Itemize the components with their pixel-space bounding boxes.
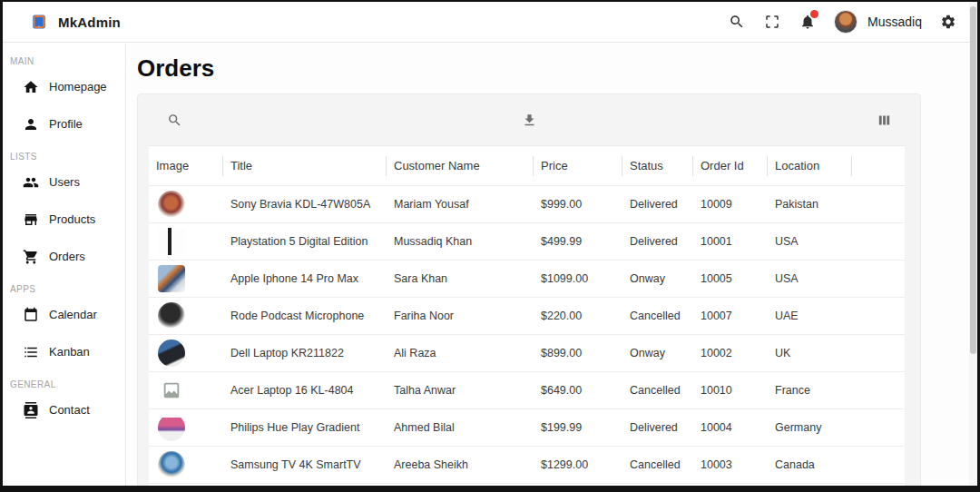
column-header-title[interactable]: Title xyxy=(223,146,387,185)
product-image-cell xyxy=(149,302,223,330)
cart-icon xyxy=(23,249,39,265)
product-image-cell xyxy=(149,339,223,367)
fullscreen-icon[interactable] xyxy=(763,13,781,31)
order-customer-cell: Ahmed Bilal xyxy=(387,421,534,434)
sidebar-item-profile[interactable]: Profile xyxy=(3,105,125,143)
orders-card: ImageTitleCustomer NamePriceStatusOrder … xyxy=(137,93,921,486)
column-header-location[interactable]: Location xyxy=(768,146,852,185)
table-row[interactable]: Rode Podcast MicrophoneFariha Noor$220.0… xyxy=(149,298,905,335)
order-order-id-cell: 10005 xyxy=(693,272,768,285)
order-location-cell: UAE xyxy=(768,310,852,322)
notifications-bell-icon[interactable] xyxy=(799,13,817,31)
table-row[interactable]: Samsung TV 4K SmartTVAreeba Sheikh$1299.… xyxy=(149,447,905,484)
product-image-ps5 xyxy=(158,228,185,255)
sidebar-item-products[interactable]: Products xyxy=(3,201,125,238)
sidebar-section-label: APPS xyxy=(3,275,125,296)
order-price-cell: $649.00 xyxy=(534,384,622,397)
sidebar-item-calendar[interactable]: Calendar xyxy=(3,296,125,333)
sidebar-item-kanban[interactable]: Kanban xyxy=(3,333,125,370)
order-price-cell: $1299.00 xyxy=(534,458,622,471)
settings-gear-icon[interactable] xyxy=(939,13,957,31)
product-image-cell xyxy=(149,377,223,404)
column-header-status[interactable]: Status xyxy=(622,146,693,185)
order-order-id-cell: 10010 xyxy=(693,384,768,397)
product-image-cell xyxy=(149,191,223,218)
order-location-cell: Pakistan xyxy=(768,198,852,211)
order-order-id-cell: 10009 xyxy=(693,198,768,211)
order-status-cell: Delivered xyxy=(622,198,693,211)
sidebar-section-label: GENERAL xyxy=(3,370,125,391)
kanban-icon xyxy=(23,344,39,360)
table-row[interactable]: Acer Laptop 16 KL-4804Talha Anwar$649.00… xyxy=(149,372,905,409)
search-icon[interactable] xyxy=(728,13,746,31)
order-location-cell: Germany xyxy=(768,421,852,434)
order-price-cell: $220.00 xyxy=(534,310,622,322)
users-icon xyxy=(23,174,39,191)
sidebar-item-contact[interactable]: Contact xyxy=(3,391,125,428)
order-title-cell: Sony Bravia KDL-47W805A xyxy=(223,198,387,211)
product-image-cell xyxy=(149,451,223,478)
sidebar-item-orders[interactable]: Orders xyxy=(3,238,125,275)
order-location-cell: USA xyxy=(768,272,852,285)
table-row[interactable]: Sony Bravia KDL-47W805AMariam Yousaf$999… xyxy=(149,186,905,223)
order-customer-cell: Fariha Noor xyxy=(387,310,534,322)
user-avatar[interactable] xyxy=(834,10,858,34)
order-status-cell: Cancelled xyxy=(622,458,693,471)
order-title-cell: Philips Hue Play Gradient xyxy=(223,421,387,434)
sidebar-item-users[interactable]: Users xyxy=(3,163,125,201)
order-order-id-cell: 10003 xyxy=(693,458,768,471)
sidebar-item-homepage[interactable]: Homepage xyxy=(3,68,125,105)
brand[interactable]: MkAdmin xyxy=(28,11,121,33)
scrollbar-thumb[interactable] xyxy=(970,6,976,354)
order-title-cell: Rode Podcast Microphone xyxy=(223,310,387,322)
store-icon xyxy=(23,212,39,228)
order-customer-cell: Areeba Sheikh xyxy=(387,458,534,471)
sidebar-item-label: Contact xyxy=(49,403,90,417)
calendar-icon xyxy=(23,307,39,323)
order-order-id-cell: 10001 xyxy=(693,235,768,248)
table-search-icon[interactable] xyxy=(165,111,183,129)
sidebar-item-label: Users xyxy=(49,175,80,189)
home-icon xyxy=(23,79,39,95)
user-name: Mussadiq xyxy=(867,15,922,29)
order-price-cell: $499.99 xyxy=(534,235,622,248)
vertical-scrollbar[interactable] xyxy=(969,2,977,486)
brand-name: MkAdmin xyxy=(58,15,121,30)
column-header-price[interactable]: Price xyxy=(534,146,622,185)
download-icon[interactable] xyxy=(520,111,538,129)
product-image-dell xyxy=(158,339,185,367)
order-customer-cell: Talha Anwar xyxy=(387,384,534,397)
table-row[interactable]: Apple Iphone 14 Pro MaxSara Khan$1099.00… xyxy=(149,261,905,298)
order-title-cell: Samsung TV 4K SmartTV xyxy=(223,458,387,471)
order-title-cell: Dell Laptop KR211822 xyxy=(223,347,387,359)
column-header-empty xyxy=(852,146,905,185)
product-image-cell xyxy=(149,265,223,292)
contact-icon xyxy=(23,402,39,418)
product-image-rode xyxy=(158,302,185,330)
product-image-cell xyxy=(149,414,223,441)
columns-icon[interactable] xyxy=(875,111,893,129)
column-header-image[interactable]: Image xyxy=(149,146,223,185)
sidebar-section-label: MAIN xyxy=(3,47,125,68)
product-image-philips xyxy=(158,414,185,441)
column-header-customer-name[interactable]: Customer Name xyxy=(387,146,534,185)
order-price-cell: $199.99 xyxy=(534,421,622,434)
column-header-order-id[interactable]: Order Id xyxy=(693,146,768,185)
sidebar-item-label: Profile xyxy=(49,117,83,131)
order-status-cell: Onway xyxy=(622,272,693,285)
order-customer-cell: Mariam Yousaf xyxy=(387,198,534,211)
table-row[interactable] xyxy=(149,484,905,486)
table-row[interactable]: Philips Hue Play GradientAhmed Bilal$199… xyxy=(149,409,905,447)
table-row[interactable]: Dell Laptop KR211822Ali Raza$899.00Onway… xyxy=(149,335,905,372)
sidebar: MAINHomepageProfileLISTSUsersProductsOrd… xyxy=(3,44,126,486)
table-row[interactable]: Playstation 5 Digital EditionMussadiq Kh… xyxy=(149,223,905,261)
sidebar-item-label: Homepage xyxy=(49,80,107,93)
main-content: Orders ImageTitleCustomer NamePriceStatu… xyxy=(127,44,977,486)
app-window: MkAdmin Mussadiq MAINHomepageProfileLIST… xyxy=(3,2,977,486)
order-price-cell: $1099.00 xyxy=(534,272,622,285)
order-price-cell: $899.00 xyxy=(534,347,622,359)
order-status-cell: Onway xyxy=(622,347,693,359)
table-toolbar xyxy=(138,94,920,145)
order-location-cell: USA xyxy=(768,235,852,248)
order-title-cell: Apple Iphone 14 Pro Max xyxy=(223,272,387,285)
